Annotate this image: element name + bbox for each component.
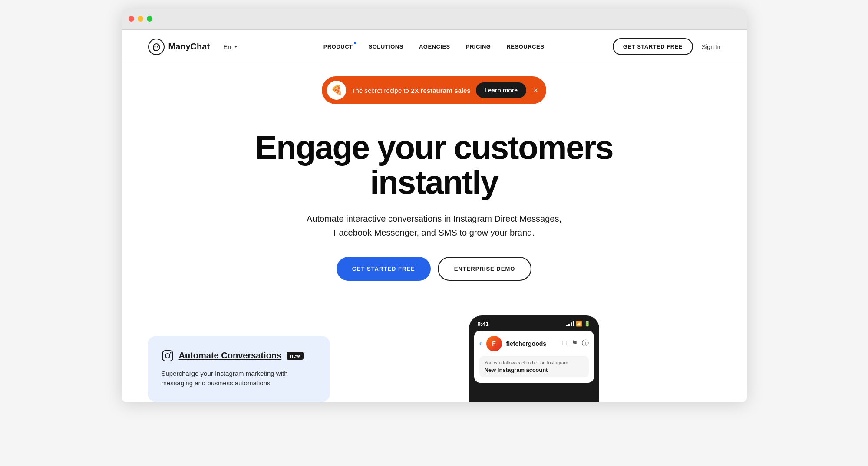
video-call-icon[interactable]: □ — [563, 339, 567, 348]
phone-time: 9:41 — [478, 321, 489, 327]
wifi-icon: 📶 — [576, 321, 582, 327]
svg-rect-3 — [162, 351, 173, 361]
banner-learn-more-button[interactable]: Learn more — [476, 82, 526, 98]
nav-link-product[interactable]: PRODUCT — [323, 43, 353, 50]
hero-title: Engage your customers instantly — [248, 130, 621, 200]
traffic-light-green[interactable] — [147, 16, 152, 22]
page-content: ManyChat En PRODUCT SOLUTIONS AGENCIES P… — [122, 30, 747, 402]
nav-link-agencies[interactable]: AGENCIES — [419, 43, 450, 50]
nav-link-solutions[interactable]: SOLUTIONS — [369, 43, 403, 50]
banner-text: The secret recipe to 2X restaurant sales — [351, 87, 470, 94]
signal-icon — [566, 321, 574, 326]
nav-get-started-button[interactable]: GET STARTED FREE — [613, 38, 693, 55]
nav-link-resources[interactable]: RESOURCES — [506, 43, 544, 50]
phone-notif-text: You can follow each other on Instagram. — [485, 360, 584, 365]
phone-username: fletchergoods — [506, 340, 558, 347]
phone-mockup: 9:41 📶 🔋 — [469, 315, 599, 402]
hero-get-started-button[interactable]: GET STARTED FREE — [337, 257, 431, 281]
hero-enterprise-demo-button[interactable]: ENTERPRISE DEMO — [438, 257, 532, 281]
chevron-down-icon — [234, 46, 238, 48]
phone-notif-title: New Instagram account — [485, 367, 584, 373]
feature-card-description: Supercharge your Instagram marketing wit… — [162, 369, 316, 388]
nav-links: PRODUCT SOLUTIONS AGENCIES PRICING RESOU… — [255, 43, 613, 50]
feature-card-title: Automate Conversations — [179, 351, 282, 361]
banner-food-icon: 🍕 — [327, 81, 346, 100]
svg-point-2 — [157, 46, 158, 47]
promo-banner: 🍕 The secret recipe to 2X restaurant sal… — [322, 76, 546, 104]
traffic-light-red[interactable] — [129, 16, 134, 22]
traffic-light-yellow[interactable] — [138, 16, 143, 22]
new-badge: new — [287, 352, 304, 360]
bottom-section: Automate Conversations new Supercharge y… — [122, 315, 747, 402]
nav-link-pricing[interactable]: PRICING — [466, 43, 491, 50]
hero-section: Engage your customers instantly Automate… — [122, 113, 747, 315]
phone-content: ‹ F fletchergoods □ ⚑ ⓘ You can follow e… — [474, 331, 594, 383]
phone-area: 9:41 📶 🔋 — [347, 315, 721, 402]
phone-status-icons: 📶 🔋 — [566, 321, 591, 327]
hero-subtitle: Automate interactive conversations in In… — [304, 212, 564, 240]
phone-header: ‹ F fletchergoods □ ⚑ ⓘ — [479, 336, 589, 351]
manychat-logo-icon — [148, 38, 165, 56]
navbar: ManyChat En PRODUCT SOLUTIONS AGENCIES P… — [122, 30, 747, 64]
instagram-icon — [162, 350, 174, 362]
browser-window: ManyChat En PRODUCT SOLUTIONS AGENCIES P… — [122, 9, 747, 402]
feature-card-header: Automate Conversations new — [162, 350, 316, 362]
flag-icon[interactable]: ⚑ — [571, 339, 578, 348]
pizza-emoji: 🍕 — [331, 85, 343, 96]
browser-chrome — [122, 9, 747, 30]
phone-avatar: F — [486, 336, 502, 351]
language-label: En — [224, 43, 231, 50]
phone-action-icons: □ ⚑ ⓘ — [563, 339, 589, 348]
banner-bold-text: 2X restaurant sales — [411, 87, 471, 94]
back-arrow-icon[interactable]: ‹ — [479, 339, 482, 348]
svg-point-5 — [170, 352, 171, 353]
feature-card-automate: Automate Conversations new Supercharge y… — [148, 336, 330, 402]
svg-point-4 — [165, 354, 170, 358]
nav-actions: GET STARTED FREE Sign In — [613, 38, 721, 55]
svg-point-0 — [149, 39, 164, 55]
info-icon[interactable]: ⓘ — [582, 339, 589, 348]
phone-status-bar: 9:41 📶 🔋 — [474, 321, 594, 327]
phone-notification: You can follow each other on Instagram. … — [479, 356, 589, 377]
banner-wrapper: 🍕 The secret recipe to 2X restaurant sal… — [122, 64, 747, 113]
nav-logo[interactable]: ManyChat — [148, 38, 210, 56]
svg-point-1 — [154, 46, 155, 47]
nav-signin-link[interactable]: Sign In — [702, 43, 721, 50]
battery-icon: 🔋 — [584, 321, 591, 327]
language-selector[interactable]: En — [224, 43, 238, 50]
banner-close-button[interactable]: × — [531, 84, 540, 96]
logo-text: ManyChat — [168, 42, 210, 52]
hero-buttons: GET STARTED FREE ENTERPRISE DEMO — [130, 257, 738, 281]
